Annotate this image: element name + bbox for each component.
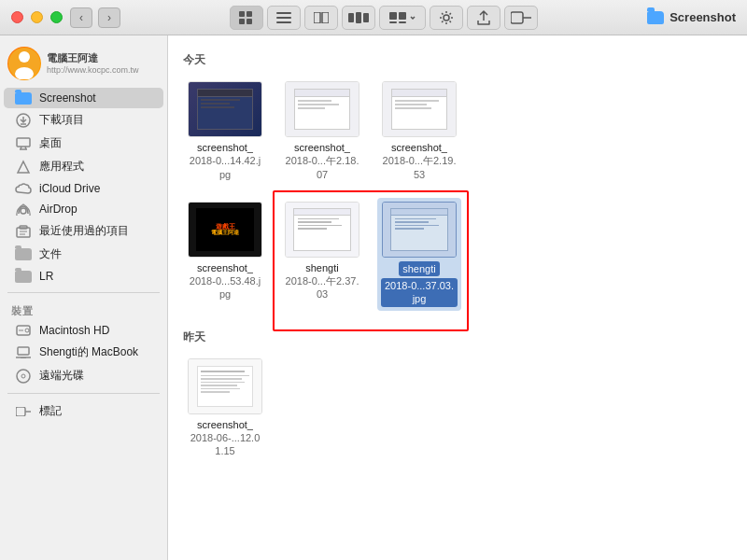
file-item-f2[interactable]: screenshot_ 2018-0...午2.18.07 [280,77,364,185]
sidebar-item-documents[interactable]: 文件 [4,243,163,266]
file-item-y1[interactable]: screenshot_ 2018-06-...12.01.15 [183,355,267,462]
file-name-f2: screenshot_ 2018-0...午2.18.07 [284,141,360,181]
svg-rect-37 [21,357,26,358]
svg-point-16 [444,15,449,21]
sidebar-label-desktop: 桌面 [39,135,62,151]
svg-rect-5 [276,17,291,19]
svg-rect-15 [399,21,406,23]
folder-gray-lr-icon [15,271,32,283]
sidebar-item-apps[interactable]: 應用程式 [4,155,163,178]
disc-icon [15,370,32,383]
logo-area: 電腦王阿達 http://www.kocpc.com.tw [0,43,167,88]
logo-image [7,47,41,80]
svg-rect-40 [16,407,25,416]
svg-rect-14 [389,21,397,23]
sidebar-item-footer[interactable]: 標記 [4,399,163,423]
svg-rect-11 [363,13,369,22]
sidebar-label-documents: 文件 [39,246,62,262]
sidebar-divider-1 [7,292,160,293]
sidebar-item-screenshot[interactable]: Screenshot [4,88,163,108]
file-item-f6[interactable]: shengti 2018-0...37.03.jpg [377,198,461,311]
view-columns-button[interactable] [304,6,338,30]
view-grid-button[interactable] [230,6,263,30]
sidebar-label-screenshot: Screenshot [39,91,96,105]
view-options-button[interactable] [379,6,426,30]
sidebar-item-downloads[interactable]: 下載項目 [4,108,163,132]
sidebar-label-shengti-macbook: Shengti的 MacBook [39,344,138,360]
file-item-f5[interactable]: shengti 2018-0...午2.37.03 [280,198,364,311]
sidebar-item-macintosh-hd[interactable]: Macintosh HD [4,320,163,341]
file-thumb-f3 [382,81,457,137]
sidebar-label-macintosh-hd: Macintosh HD [39,324,109,337]
file-thumb-f6 [382,202,457,258]
svg-rect-8 [322,12,329,23]
svg-rect-7 [314,12,320,23]
view-flow-button[interactable] [342,6,375,30]
sidebar-item-icloud[interactable]: iCloud Drive [4,178,163,199]
file-name-f4: screenshot_ 2018-0...53.48.jpg [187,261,263,301]
sidebar-item-lr[interactable]: LR [4,266,163,287]
folder-icon [647,11,664,24]
svg-rect-13 [399,12,406,20]
download-icon [15,114,32,127]
folder-blue-icon [15,92,32,105]
svg-rect-17 [511,12,523,23]
icloud-icon [15,182,32,195]
svg-rect-9 [348,13,354,22]
today-section: 今天 [183,52,732,311]
svg-rect-12 [389,12,397,20]
file-item-f1[interactable]: screenshot_ 2018-0...14.42.jpg [183,77,267,185]
file-name-f3: screenshot_ 2018-0...午2.19.53 [381,141,458,181]
sidebar-item-recent[interactable]: 最近使用過的項目 [4,219,163,243]
sidebar-label-remote-disc: 遠端光碟 [39,368,84,384]
view-list-button[interactable] [267,6,301,30]
logo-url: http://www.kocpc.com.tw [47,65,139,75]
file-thumb-f2 [285,81,359,137]
hd-icon [15,324,32,337]
window-title-area: Screenshot [647,10,736,24]
sidebar-label-apps: 應用程式 [39,159,84,175]
forward-button[interactable]: › [98,7,120,28]
content-area: 今天 [168,35,747,560]
sidebar-label-downloads: 下載項目 [39,112,84,128]
today-label: 今天 [183,52,732,68]
svg-rect-0 [239,11,245,17]
sidebar-label-lr: LR [39,270,53,283]
file-name-f5: shengti 2018-0...午2.37.03 [284,261,360,301]
file-thumb-f1 [188,81,262,137]
file-item-f4[interactable]: 遊戲王 電腦王阿達 screenshot_ 2018-0...53.48.jpg [183,198,267,311]
svg-rect-4 [276,12,291,14]
settings-button[interactable] [430,6,463,30]
apps-icon [15,161,32,174]
close-button[interactable] [11,11,23,23]
svg-rect-1 [247,11,252,17]
logo-title: 電腦王阿達 [47,52,139,64]
sidebar-label-footer: 標記 [39,403,62,419]
svg-rect-6 [276,21,291,23]
file-item-f3[interactable]: screenshot_ 2018-0...午2.19.53 [377,77,461,185]
file-thumb-y1 [188,358,262,414]
tag-sidebar-icon [15,405,32,418]
recent-icon [15,225,32,238]
tag-button[interactable] [504,6,538,30]
sidebar-item-airdrop[interactable]: AirDrop [4,199,163,219]
title-bar: ‹ › [0,0,747,35]
file-thumb-f4: 遊戲王 電腦王阿達 [188,202,262,258]
sidebar-item-remote-disc[interactable]: 遠端光碟 [4,364,163,387]
today-row-2: 遊戲王 電腦王阿達 screenshot_ 2018-0...53.48.jpg [183,198,461,311]
logo-text-area: 電腦王阿達 http://www.kocpc.com.tw [47,52,139,74]
svg-rect-3 [247,19,252,24]
back-button[interactable]: ‹ [70,7,92,28]
sidebar-label-recent: 最近使用過的項目 [39,223,129,239]
minimize-button[interactable] [31,11,43,23]
svg-point-27 [21,208,26,214]
sidebar-item-desktop[interactable]: 桌面 [4,132,163,155]
today-row-1: screenshot_ 2018-0...14.42.jpg [183,77,732,185]
airdrop-icon [15,203,32,216]
maximize-button[interactable] [50,11,63,23]
main-area: 電腦王阿達 http://www.kocpc.com.tw Screenshot… [0,35,747,560]
file-name-f6: shengti 2018-0...37.03.jpg [381,261,458,307]
sidebar-item-shengti-macbook[interactable]: Shengti的 MacBook [4,341,163,364]
share-button[interactable] [467,6,500,30]
toolbar [230,6,538,30]
